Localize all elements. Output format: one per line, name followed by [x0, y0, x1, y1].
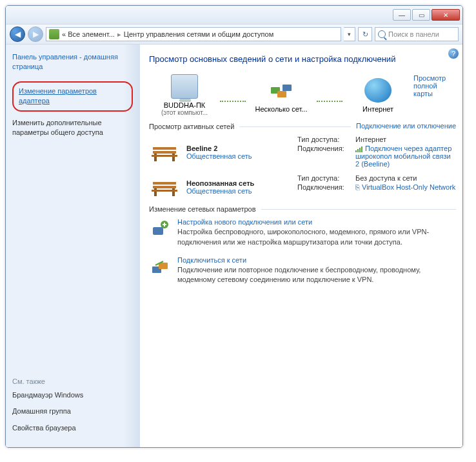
maximize-button[interactable]: ▭ — [412, 9, 430, 21]
connection-link[interactable]: Подключен через адаптер широкопол мобиль… — [355, 145, 456, 168]
access-type-label: Тип доступа: — [297, 136, 355, 143]
map-node-networks[interactable]: Несколько сет... — [246, 78, 317, 113]
park-bench-icon — [149, 139, 180, 165]
sidebar-link-homegroup[interactable]: Домашняя группа — [12, 407, 133, 416]
svg-rect-2 — [277, 91, 286, 97]
network-hub-icon — [268, 78, 295, 103]
globe-icon — [364, 78, 392, 103]
search-input[interactable]: Поиск в панели — [375, 27, 459, 41]
access-type-label: Тип доступа: — [297, 174, 355, 182]
setting-title-link[interactable]: Настройка нового подключения или сети — [177, 218, 456, 226]
refresh-button[interactable]: ↻ — [358, 27, 372, 41]
access-type-value: Без доступа к сети — [355, 174, 456, 182]
page-title: Просмотр основных сведений о сети и наст… — [149, 54, 456, 65]
svg-rect-16 — [152, 190, 177, 192]
svg-rect-7 — [152, 155, 177, 157]
close-button[interactable]: ✕ — [431, 9, 460, 21]
setting-description: Настройка беспроводного, широкополосного… — [177, 227, 456, 247]
svg-rect-13 — [153, 186, 176, 188]
network-map: BUDDHA-ПК (этот компьют... Несколько сет… — [149, 74, 456, 116]
sidebar-link-adapter-settings[interactable]: Изменение параметров адаптера — [12, 81, 133, 112]
svg-rect-14 — [154, 188, 157, 196]
map-node-label: Несколько сет... — [255, 105, 308, 113]
control-panel-icon — [49, 29, 59, 39]
connections-label: Подключения: — [297, 183, 355, 191]
active-networks-label: Просмотр активных сетей Подключение или … — [149, 123, 456, 130]
setting-title-link[interactable]: Подключиться к сети — [177, 256, 456, 264]
sidebar-link-browser-props[interactable]: Свойства браузера — [12, 423, 133, 433]
main-panel: ? Просмотр основных сведений о сети и на… — [140, 45, 462, 447]
computer-icon — [171, 74, 198, 99]
svg-rect-11 — [361, 146, 362, 152]
network-type-link[interactable]: Общественная сеть — [186, 187, 254, 195]
titlebar: — ▭ ✕ — [6, 6, 462, 24]
breadcrumb-segment-2[interactable]: Центр управления сетями и общим доступом — [124, 30, 273, 38]
park-bench-icon — [149, 174, 180, 200]
svg-rect-15 — [172, 188, 175, 196]
sidebar-home-link[interactable]: Панель управления - домашняя страница — [12, 52, 133, 72]
new-connection-icon — [149, 218, 171, 240]
breadcrumb-dropdown[interactable]: ▾ — [344, 27, 355, 41]
map-node-internet[interactable]: Интернет — [342, 78, 413, 113]
setting-connect-network: Подключиться к сети Подключение или повт… — [149, 256, 456, 285]
sidebar-see-also-label: См. также — [12, 377, 133, 385]
connect-disconnect-link[interactable]: Подключение или отключение — [351, 122, 456, 130]
setting-description: Подключение или повторное подключение к … — [177, 265, 456, 285]
window-frame: — ▭ ✕ ◀ ▶ « Все элемент... ▸ Центр управ… — [5, 5, 463, 448]
network-name: Beeline 2 — [186, 145, 252, 152]
back-button[interactable]: ◀ — [10, 26, 25, 42]
connections-label: Подключения: — [297, 145, 355, 168]
map-connection-icon — [220, 101, 246, 102]
sidebar-link-firewall[interactable]: Брандмауэр Windows — [12, 390, 133, 400]
map-node-label: BUDDHA-ПК — [164, 101, 205, 109]
breadcrumb[interactable]: « Все элемент... ▸ Центр управления сетя… — [46, 27, 341, 41]
help-icon[interactable]: ? — [448, 48, 459, 59]
map-connection-icon — [317, 101, 342, 102]
signal-bars-icon — [355, 146, 363, 152]
content-area: Панель управления - домашняя страница Из… — [6, 45, 462, 447]
svg-rect-6 — [172, 154, 175, 161]
connection-link[interactable]: ⎘VirtualBox Host-Only Network — [355, 183, 456, 191]
search-icon — [378, 30, 386, 38]
view-full-map-link[interactable]: Просмотр полной карты — [413, 74, 456, 97]
sidebar: Панель управления - домашняя страница Из… — [6, 45, 140, 447]
svg-rect-17 — [153, 227, 163, 235]
forward-button[interactable]: ▶ — [28, 26, 43, 42]
network-settings-label: Изменение сетевых параметров — [149, 205, 456, 213]
svg-rect-1 — [283, 85, 292, 91]
network-entry-1: Beeline 2 Общественная сеть Тип доступа:… — [149, 136, 456, 169]
setting-new-connection: Настройка нового подключения или сети На… — [149, 218, 456, 247]
address-bar: ◀ ▶ « Все элемент... ▸ Центр управления … — [6, 24, 462, 45]
map-node-label: Интернет — [362, 105, 393, 113]
network-type-link[interactable]: Общественная сеть — [186, 152, 252, 160]
svg-rect-3 — [153, 147, 176, 150]
breadcrumb-sep-icon: ▸ — [117, 30, 121, 39]
map-node-computer[interactable]: BUDDHA-ПК (этот компьют... — [149, 74, 220, 116]
minimize-button[interactable]: — — [393, 9, 411, 21]
adapter-icon: ⎘ — [355, 183, 360, 191]
access-type-value: Интернет — [355, 136, 456, 143]
connect-network-icon — [149, 256, 171, 278]
svg-rect-4 — [153, 151, 176, 154]
svg-rect-10 — [359, 148, 361, 152]
search-placeholder: Поиск в панели — [388, 30, 439, 38]
sidebar-link-sharing-settings[interactable]: Изменить дополнительные параметры общего… — [12, 118, 133, 138]
network-name: Неопознанная сеть — [186, 179, 254, 187]
breadcrumb-segment-1[interactable]: « Все элемент... — [62, 30, 115, 38]
network-entry-2: Неопознанная сеть Общественная сеть Тип … — [149, 174, 456, 200]
svg-rect-5 — [154, 154, 157, 161]
svg-rect-12 — [153, 182, 176, 185]
map-node-sublabel: (этот компьют... — [161, 109, 208, 116]
